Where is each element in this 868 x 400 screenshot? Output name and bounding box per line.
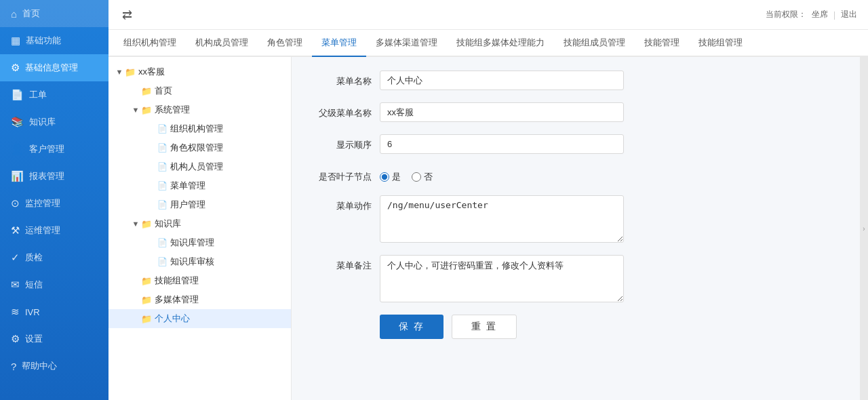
tree-toggle-root[interactable]: ▼ xyxy=(114,68,125,76)
tree-node-skill-group[interactable]: 📁 技能组管理 xyxy=(108,271,291,290)
save-button[interactable]: 保 存 xyxy=(380,315,443,339)
reset-button[interactable]: 重 置 xyxy=(452,315,517,339)
topbar-right: 当前权限： 坐席 | 退出 xyxy=(766,9,857,20)
form-row-menu-action: 菜单动作 /ng/menu/userCenter xyxy=(319,195,833,243)
parent-menu-input[interactable] xyxy=(380,102,624,122)
file-icon-role-perm: 📄 xyxy=(157,143,167,153)
tab-member[interactable]: 机构成员管理 xyxy=(186,30,258,57)
radio-yes-input[interactable] xyxy=(380,172,389,182)
radio-yes-label: 是 xyxy=(392,171,401,183)
tab-skill-group[interactable]: 技能组管理 xyxy=(689,30,752,57)
form-row-display-order: 显示顺序 xyxy=(319,134,833,154)
tree-node-kb-review[interactable]: 📄 知识库审核 xyxy=(108,252,291,271)
divider: | xyxy=(833,10,835,20)
display-order-label: 显示顺序 xyxy=(319,134,380,151)
tree-toggle-kb-mgmt xyxy=(146,239,157,247)
tree-node-role-perm[interactable]: 📄 角色权限管理 xyxy=(108,138,291,157)
permission-value: 坐席 xyxy=(812,9,828,20)
file-icon-kb-mgmt: 📄 xyxy=(157,238,167,247)
logout-button[interactable]: 退出 xyxy=(841,9,857,20)
topbar: ⇄ 当前权限： 坐席 | 退出 xyxy=(108,0,868,30)
file-icon-user-mgmt: 📄 xyxy=(157,200,167,209)
tree-node-org-mgmt[interactable]: 📄 组织机构管理 xyxy=(108,119,291,138)
tree-label-personal-center: 个人中心 xyxy=(155,313,285,325)
main-area: ⇄ 当前权限： 坐席 | 退出 组织机构管理 机构成员管理 角色管理 菜单管理 … xyxy=(108,0,868,400)
tree-toggle-home xyxy=(130,87,141,95)
sidebar-item-ivr[interactable]: ≋ IVR xyxy=(0,298,108,325)
menu-action-textarea[interactable]: /ng/menu/userCenter xyxy=(380,195,624,243)
tree-label-knowledge: 知识库 xyxy=(155,218,285,230)
menu-name-input[interactable] xyxy=(380,71,624,90)
collapse-button[interactable]: ⇄ xyxy=(119,5,135,25)
sms-icon: ✉ xyxy=(11,279,20,291)
tree-toggle-knowledge[interactable]: ▼ xyxy=(130,220,141,228)
tree-node-root[interactable]: ▼ 📁 xx客服 xyxy=(108,62,291,81)
sidebar-item-help[interactable]: ? 帮助中心 xyxy=(0,353,108,380)
tree-node-user-mgmt[interactable]: 📄 用户管理 xyxy=(108,195,291,214)
sidebar-item-customer[interactable]: 👤 客户管理 xyxy=(0,136,108,163)
book-icon: 📚 xyxy=(11,116,24,128)
folder-icon-sysadmin: 📁 xyxy=(141,105,152,115)
sidebar-item-quality[interactable]: ✓ 质检 xyxy=(0,244,108,271)
tree-node-home[interactable]: 📁 首页 xyxy=(108,81,291,100)
sidebar-item-settings[interactable]: ⚙ 设置 xyxy=(0,325,108,353)
sidebar: ⌂ 首页 ▦ 基础功能 ⚙ 基础信息管理 📄 工单 📚 知识库 👤 客户管理 📊… xyxy=(0,0,108,400)
right-collapse-handle[interactable]: › xyxy=(860,57,868,400)
tree-toggle-role-perm xyxy=(146,144,157,152)
tab-skill-member[interactable]: 技能组成员管理 xyxy=(554,30,635,57)
sidebar-item-home[interactable]: ⌂ 首页 xyxy=(0,0,108,27)
settings-icon: ⚙ xyxy=(11,333,20,345)
folder-icon-knowledge: 📁 xyxy=(141,219,152,229)
form-row-menu-name: 菜单名称 xyxy=(319,71,833,90)
sidebar-item-basic-info[interactable]: ⚙ 基础信息管理 xyxy=(0,54,108,81)
tree-label-menu-mgmt: 菜单管理 xyxy=(170,180,285,192)
tab-menu[interactable]: 菜单管理 xyxy=(312,30,366,57)
form-row-menu-remark: 菜单备注 个人中心，可进行密码重置，修改个人资料等 xyxy=(319,255,833,302)
tree-node-kb-mgmt[interactable]: 📄 知识库管理 xyxy=(108,233,291,252)
sidebar-item-report[interactable]: 📊 报表管理 xyxy=(0,163,108,190)
sidebar-item-ops[interactable]: ⚒ 运维管理 xyxy=(0,217,108,244)
tree-node-sysadmin[interactable]: ▼ 📁 系统管理 xyxy=(108,100,291,119)
is-leaf-label: 是否叶子节点 xyxy=(319,166,380,183)
file-icon-menu-mgmt: 📄 xyxy=(157,181,167,191)
tree-toggle-personal-center xyxy=(130,315,141,323)
tree-label-kb-review: 知识库审核 xyxy=(170,256,285,268)
sidebar-item-basic-function[interactable]: ▦ 基础功能 xyxy=(0,27,108,54)
tree-label-home: 首页 xyxy=(155,85,285,97)
tree-toggle-sysadmin[interactable]: ▼ xyxy=(130,106,141,114)
tab-skill-mgmt[interactable]: 技能管理 xyxy=(635,30,689,57)
menu-remark-label: 菜单备注 xyxy=(319,255,380,272)
tree-node-personal-center[interactable]: 📁 个人中心 xyxy=(108,309,291,328)
radio-no-item[interactable]: 否 xyxy=(412,171,433,183)
form-panel: 菜单名称 父级菜单名称 显示顺序 是否叶子节点 是 xyxy=(292,57,860,400)
menu-action-label: 菜单动作 xyxy=(319,195,380,212)
doc-icon: 📄 xyxy=(11,89,24,101)
folder-icon-personal-center: 📁 xyxy=(141,314,152,324)
ops-icon: ⚒ xyxy=(11,224,20,237)
sidebar-item-workorder[interactable]: 📄 工单 xyxy=(0,81,108,108)
menu-remark-textarea[interactable]: 个人中心，可进行密码重置，修改个人资料等 xyxy=(380,255,624,302)
sidebar-item-knowledge[interactable]: 📚 知识库 xyxy=(0,108,108,136)
tree-label-multimedia: 多媒体管理 xyxy=(155,294,285,306)
tab-skill-multimedia[interactable]: 技能组多媒体处理能力 xyxy=(447,30,554,57)
tab-multimedia[interactable]: 多媒体渠道管理 xyxy=(366,30,447,57)
tab-org[interactable]: 组织机构管理 xyxy=(114,30,186,57)
gear-icon: ⚙ xyxy=(11,62,20,74)
tree-label-kb-mgmt: 知识库管理 xyxy=(170,237,285,249)
file-icon-org-mgmt: 📄 xyxy=(157,124,167,134)
radio-yes-item[interactable]: 是 xyxy=(380,171,401,183)
tree-node-member-mgmt[interactable]: 📄 机构人员管理 xyxy=(108,157,291,176)
tree-node-multimedia[interactable]: 📁 多媒体管理 xyxy=(108,290,291,309)
radio-no-input[interactable] xyxy=(412,172,421,182)
display-order-input[interactable] xyxy=(380,134,624,154)
permission-label: 当前权限： xyxy=(766,9,806,20)
tree-node-menu-mgmt[interactable]: 📄 菜单管理 xyxy=(108,176,291,195)
home-icon: ⌂ xyxy=(11,8,17,20)
tab-role[interactable]: 角色管理 xyxy=(258,30,312,57)
tree-node-knowledge[interactable]: ▼ 📁 知识库 xyxy=(108,214,291,233)
tree-label-root: xx客服 xyxy=(138,66,285,78)
tree-label-role-perm: 角色权限管理 xyxy=(170,142,285,154)
sidebar-item-sms[interactable]: ✉ 短信 xyxy=(0,271,108,298)
folder-icon: 📁 xyxy=(125,67,136,77)
sidebar-item-monitor[interactable]: ⊙ 监控管理 xyxy=(0,190,108,217)
